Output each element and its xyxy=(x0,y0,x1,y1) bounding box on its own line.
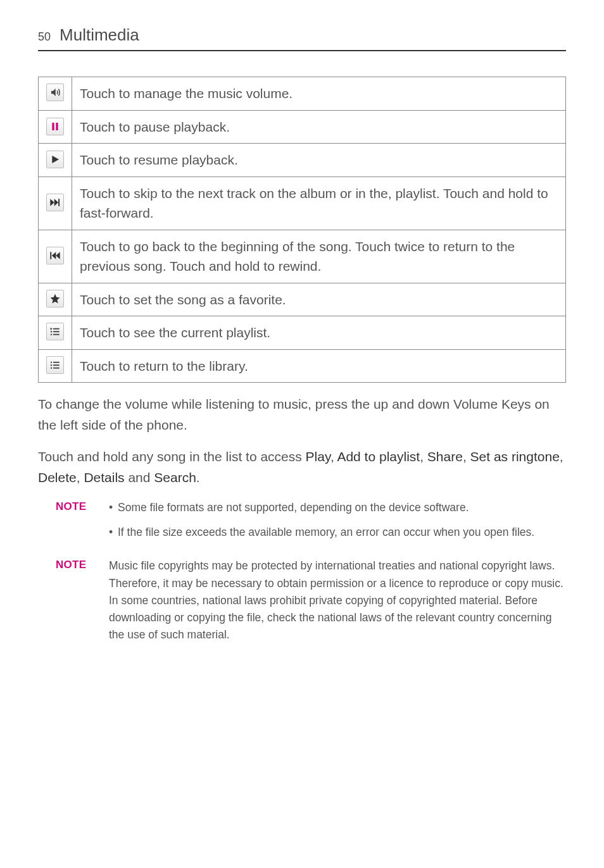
text: , xyxy=(560,449,563,464)
text: . xyxy=(196,470,200,485)
svg-rect-9 xyxy=(53,361,60,363)
svg-rect-0 xyxy=(52,123,54,130)
note-bullet-row: • Some file formats are not supported, d… xyxy=(109,499,566,516)
desc-cell: Touch to manage the music volume. xyxy=(72,77,566,111)
text: Touch and hold any song in the list to a… xyxy=(38,449,306,464)
playlist-icon xyxy=(46,323,64,340)
context-menu-paragraph: Touch and hold any song in the list to a… xyxy=(38,447,566,488)
desc-cell: Touch to set the song as a favorite. xyxy=(72,283,566,316)
table-row: Touch to see the current playlist. xyxy=(39,316,566,350)
play-icon xyxy=(46,151,64,168)
menu-item-search: Search xyxy=(154,470,196,485)
text: , xyxy=(77,470,84,485)
table-row: Touch to pause playback. xyxy=(39,110,566,144)
svg-rect-3 xyxy=(50,252,51,259)
icon-cell xyxy=(39,177,72,230)
bullet-icon: • xyxy=(109,499,118,516)
icon-cell xyxy=(39,110,72,144)
svg-rect-1 xyxy=(56,123,58,130)
controls-table: Touch to manage the music volume. Touch … xyxy=(38,77,566,383)
text: and xyxy=(125,470,154,485)
text: , xyxy=(330,449,337,464)
desc-cell: Touch to return to the library. xyxy=(72,349,566,383)
text: , xyxy=(420,449,427,464)
table-row: Touch to resume playback. xyxy=(39,144,566,177)
section-title: Multimedia xyxy=(60,25,139,45)
menu-item-share: Share xyxy=(427,449,463,464)
note-text: Music file copyrights may be protected b… xyxy=(109,559,563,641)
note-bullet-row: • If the file size exceeds the available… xyxy=(109,524,566,541)
favorite-icon xyxy=(46,290,64,307)
icon-cell xyxy=(39,283,72,316)
table-row: Touch to return to the library. xyxy=(39,349,566,383)
note-body: • Some file formats are not supported, d… xyxy=(109,499,566,549)
menu-item-delete: Delete xyxy=(38,470,77,485)
svg-rect-4 xyxy=(53,328,60,330)
icon-cell xyxy=(39,230,72,283)
table-row: Touch to set the song as a favorite. xyxy=(39,283,566,316)
volume-icon xyxy=(46,84,64,101)
desc-cell: Touch to skip to the next track on the a… xyxy=(72,177,566,230)
desc-cell: Touch to go back to the beginning of the… xyxy=(72,230,566,283)
svg-rect-5 xyxy=(53,331,60,332)
volume-tip-paragraph: To change the volume while listening to … xyxy=(38,394,566,435)
desc-cell: Touch to see the current playlist. xyxy=(72,316,566,350)
svg-rect-11 xyxy=(53,367,60,368)
svg-point-8 xyxy=(51,333,52,335)
note-label: NOTE xyxy=(56,499,109,513)
menu-item-play: Play xyxy=(306,449,330,464)
bullet-icon: • xyxy=(109,524,118,541)
table-row: Touch to go back to the beginning of the… xyxy=(39,230,566,283)
desc-cell: Touch to resume playback. xyxy=(72,144,566,177)
library-icon xyxy=(46,356,64,374)
icon-cell xyxy=(39,316,72,350)
note-text: If the file size exceeds the available m… xyxy=(118,524,534,541)
note-label: NOTE xyxy=(56,557,109,571)
svg-rect-10 xyxy=(53,364,60,366)
menu-item-ringtone: Set as ringtone xyxy=(470,449,560,464)
page-number: 50 xyxy=(38,30,51,44)
note-block-2: NOTE Music file copyrights may be protec… xyxy=(56,557,566,643)
pause-icon xyxy=(46,118,64,135)
icon-cell xyxy=(39,349,72,383)
table-row: Touch to skip to the next track on the a… xyxy=(39,177,566,230)
menu-item-details: Details xyxy=(84,470,124,485)
next-icon xyxy=(46,194,64,211)
table-row: Touch to manage the music volume. xyxy=(39,77,566,111)
icon-cell xyxy=(39,77,72,111)
note-text: Some file formats are not supported, dep… xyxy=(118,499,469,516)
text: , xyxy=(463,449,470,464)
menu-item-add: Add to playlist xyxy=(337,449,420,464)
svg-point-12 xyxy=(51,361,52,363)
svg-rect-6 xyxy=(53,334,60,335)
icon-cell xyxy=(39,144,72,177)
svg-point-14 xyxy=(51,367,52,368)
prev-icon xyxy=(46,247,64,264)
note-body: Music file copyrights may be protected b… xyxy=(109,557,566,643)
svg-point-7 xyxy=(51,331,52,332)
page-header: 50 Multimedia xyxy=(38,25,566,51)
desc-cell: Touch to pause playback. xyxy=(72,110,566,144)
note-block-1: NOTE • Some file formats are not support… xyxy=(56,499,566,549)
svg-point-13 xyxy=(51,364,52,365)
svg-rect-2 xyxy=(58,199,60,206)
